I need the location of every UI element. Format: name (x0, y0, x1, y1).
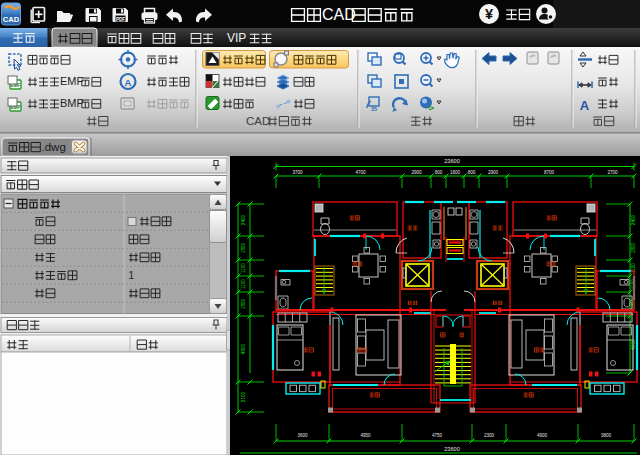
svg-text:1800: 1800 (241, 298, 246, 309)
svg-text:8700: 8700 (544, 170, 555, 175)
svg-text:PDF: PDF (116, 17, 125, 22)
svg-text:1100: 1100 (241, 263, 246, 273)
svg-text:2100: 2100 (241, 391, 246, 402)
svg-text:800: 800 (435, 170, 443, 175)
svg-text:4700: 4700 (355, 170, 366, 175)
svg-text:1100: 1100 (241, 279, 246, 289)
svg-text:2400: 2400 (631, 214, 636, 225)
svg-text:1800: 1800 (631, 242, 636, 253)
svg-text:800: 800 (468, 170, 476, 175)
svg-text:.dwg: .dwg (42, 141, 66, 153)
svg-text:35: 35 (371, 106, 377, 112)
svg-text:VIP: VIP (227, 31, 246, 45)
svg-text:BMP: BMP (60, 97, 84, 109)
svg-text:3700: 3700 (292, 170, 303, 175)
svg-text:CAD: CAD (246, 115, 270, 127)
svg-text:1: 1 (129, 270, 135, 281)
svg-text:2400: 2400 (241, 214, 246, 225)
svg-text:4750: 4750 (432, 433, 443, 438)
svg-text:2700: 2700 (607, 170, 618, 175)
svg-text:4800: 4800 (241, 343, 246, 354)
svg-text:A: A (580, 98, 590, 113)
svg-text:4950: 4950 (360, 433, 371, 438)
svg-text:2300: 2300 (484, 433, 495, 438)
svg-text:CAD: CAD (322, 6, 356, 23)
svg-text:23600: 23600 (444, 158, 460, 164)
svg-text:CAD: CAD (3, 15, 20, 24)
svg-text:4900: 4900 (537, 433, 548, 438)
svg-text:3600: 3600 (297, 433, 308, 438)
svg-text:2900: 2900 (488, 170, 499, 175)
svg-text:1800: 1800 (241, 242, 246, 253)
svg-text:1600: 1600 (450, 170, 461, 175)
svg-text:¥: ¥ (485, 6, 493, 22)
svg-text:A: A (125, 77, 132, 88)
svg-text:23600: 23600 (444, 446, 460, 452)
svg-text:2900: 2900 (411, 170, 422, 175)
svg-text:3800: 3800 (601, 433, 612, 438)
svg-text:EMF: EMF (60, 75, 84, 87)
